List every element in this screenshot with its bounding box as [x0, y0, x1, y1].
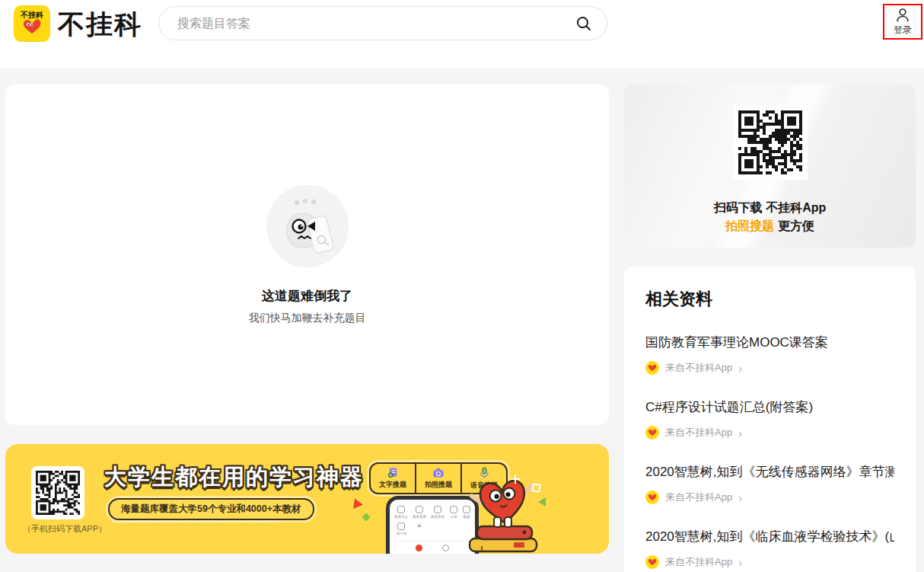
home-tab-icon	[416, 545, 422, 551]
heart-mascot-illustration	[459, 473, 544, 554]
related-item-title[interactable]: 2020智慧树,知到《无线传感器网络》章节测…	[645, 463, 894, 481]
related-item-title[interactable]: 2020智慧树,知到《临床血液学检验技术》(山…	[645, 528, 894, 545]
empty-state-card: 这道题难倒我了 我们快马加鞭去补充题目	[5, 85, 609, 425]
banner-qr-container	[31, 466, 84, 519]
heart-check-icon	[22, 19, 42, 37]
text-search-icon	[387, 467, 399, 478]
chevron-right-icon: ›	[738, 558, 742, 567]
related-materials-card: 相关资料 国防教育军事理论MOOC课答案 来自不挂科App › C#程序设计试题…	[624, 267, 916, 572]
related-item-source[interactable]: 来自不挂科App ›	[645, 426, 894, 439]
qr-card-line1: 扫码下载 不挂科App	[624, 200, 916, 216]
related-title: 相关资料	[645, 288, 894, 311]
qr-card-line2: 拍照搜题更方便	[624, 219, 916, 235]
app-promo-banner[interactable]: （手机扫码下载APP） 大学生都在用的学习神器 海量题库覆盖大学59个专业和40…	[5, 444, 609, 554]
buguake-app-icon	[645, 426, 659, 439]
sparkle-icon	[511, 475, 520, 484]
green-triangle-shape	[538, 497, 546, 506]
related-item-source[interactable]: 来自不挂科App ›	[645, 361, 894, 375]
related-item-title[interactable]: 国防教育军事理论MOOC课答案	[645, 334, 894, 351]
related-item-source[interactable]: 来自不挂科App ›	[645, 491, 894, 504]
mascot-illustration	[266, 185, 349, 267]
logo-badge-text: 不挂科	[21, 11, 43, 19]
list-item: 国防教育军事理论MOOC课答案 来自不挂科App ›	[645, 334, 894, 375]
dotted-divider	[112, 521, 276, 522]
annotation-highlight-box: 登录	[883, 4, 922, 40]
qr-code	[36, 471, 80, 515]
list-item: C#程序设计试题汇总(附答案) 来自不挂科App ›	[645, 398, 894, 439]
search-bar	[158, 6, 607, 40]
related-item-title[interactable]: C#程序设计试题汇总(附答案)	[645, 398, 894, 416]
search-icon[interactable]	[575, 14, 593, 33]
buguake-app-icon	[645, 361, 659, 375]
qr-card-highlight: 拍照搜题	[725, 219, 774, 232]
banner-headline: 大学生都在用的学习神器	[104, 462, 364, 493]
profile-tab-icon	[442, 545, 449, 551]
qr-code	[738, 110, 802, 174]
buguake-app-icon	[645, 555, 659, 569]
qr-download-card: 扫码下载 不挂科App 拍照搜题更方便	[624, 85, 916, 248]
chevron-right-icon: ›	[738, 493, 742, 503]
square-outline-shape	[531, 483, 541, 493]
chevron-right-icon: ›	[738, 428, 742, 438]
red-triangle-shape	[353, 498, 364, 510]
user-icon	[894, 7, 911, 24]
camera-icon	[432, 467, 444, 478]
header: 不挂科 不挂科	[0, 0, 924, 69]
search-input[interactable]	[177, 17, 575, 30]
qr-code-container	[733, 105, 808, 180]
login-button[interactable]: 登录	[884, 5, 921, 38]
feature-text-search: 文字搜题	[371, 464, 415, 493]
empty-state-title: 这道题难倒我了	[262, 287, 352, 305]
related-item-source[interactable]: 来自不挂科App ›	[645, 555, 894, 569]
login-label: 登录	[894, 24, 912, 37]
chevron-right-icon: ›	[738, 363, 742, 373]
green-diamond-shape	[362, 513, 370, 521]
banner-qr-caption: （手机扫码下载APP）	[19, 523, 110, 535]
page: 不挂科 不挂科	[0, 0, 924, 572]
app-logo-icon[interactable]: 不挂科	[14, 5, 50, 42]
feature-photo-search: 拍照搜题	[415, 464, 460, 493]
banner-subline-pill: 海量题库覆盖大学59个专业和4000+本教材	[108, 498, 314, 520]
buguake-app-icon	[645, 491, 659, 504]
list-item: 2020智慧树,知到《临床血液学检验技术》(山… 来自不挂科App ›	[645, 528, 894, 569]
empty-state-subtitle: 我们快马加鞭去补充题目	[249, 312, 366, 325]
list-item: 2020智慧树,知到《无线传感器网络》章节测… 来自不挂科App ›	[645, 463, 894, 504]
add-icon: +	[417, 522, 422, 530]
brand-wordmark: 不挂科	[58, 6, 142, 43]
